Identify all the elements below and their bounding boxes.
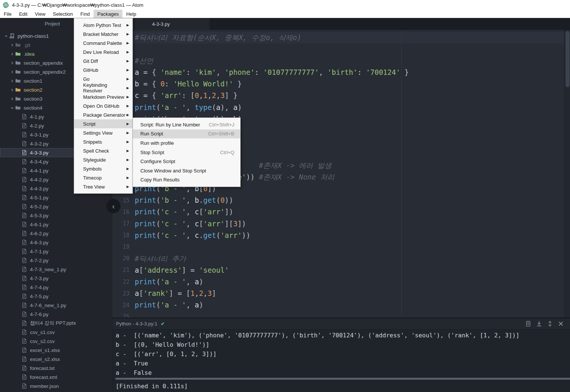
tree-file-csv-s1-csv[interactable]: csv_s1.csv — [0, 328, 112, 337]
code-line-23[interactable]: 23a['rank'] = [1,2,3] — [112, 288, 564, 299]
packages-menu-item-github[interactable]: GitHub▶ — [74, 65, 132, 74]
tab-label: 4-3-3.py — [152, 21, 170, 27]
code-line-24[interactable]: 24print('a - ', a) — [112, 299, 564, 311]
code-line-5[interactable]: 5b = { 0: 'Hello World!' } — [112, 78, 564, 90]
output-finished-line: [Finished in 0.111s] — [116, 381, 188, 392]
output-header: Python - 4-3-3.py:1 ✔ — [112, 318, 570, 330]
tree-file-4-7-5-py[interactable]: 4-7-5.py — [0, 292, 112, 301]
output-expand-icon[interactable] — [547, 321, 553, 327]
packages-menu-item-keybinding-resolver[interactable]: Keybinding Resolver▶ — [74, 83, 132, 92]
script-menu-item-run-script[interactable]: Run ScriptCtrl+Shift+B — [133, 129, 240, 139]
file-icon — [21, 275, 27, 281]
code-line-6[interactable]: 6c = { 'arr': [0,1,2,3] } — [112, 90, 564, 101]
submenu-arrow-icon: ▶ — [127, 50, 129, 54]
tree-file-forecast-xml[interactable]: forecast.xml — [0, 373, 112, 382]
code-text: #선언 — [135, 55, 153, 67]
tree-file-4-7-4-py[interactable]: 4-7-4.py — [0, 283, 112, 292]
packages-menu-item-bracket-matcher[interactable]: Bracket Matcher▶ — [74, 30, 132, 39]
tree-file-4-7-3-py[interactable]: 4-7-3.py — [0, 274, 112, 283]
script-submenu: Script: Run by Line NumberCtrl+Shift+JRu… — [132, 117, 241, 187]
menu-item-packages[interactable]: Packages — [94, 10, 122, 18]
menu-item-label: Markdown Preview — [83, 94, 124, 100]
code-line-7[interactable]: 7print('a - ', type(a), a) — [112, 102, 564, 113]
menu-item-find[interactable]: Find — [77, 10, 94, 18]
chevron-right-icon — [9, 88, 15, 92]
code-line-20[interactable]: 20#딕셔너리 추가 — [112, 253, 564, 264]
code-line-17[interactable]: 17print('c - ', c['arr'][3]) — [112, 218, 564, 230]
tree-file-forecast-txt[interactable]: forecast.txt — [0, 364, 112, 373]
menu-item-view[interactable]: View — [31, 10, 49, 18]
file-icon — [21, 159, 27, 165]
tree-file-label: 4-5-1.py — [30, 195, 49, 200]
code-line-19[interactable]: 19 — [112, 241, 564, 253]
packages-menu-item-markdown-preview[interactable]: Markdown Preview▶ — [74, 92, 132, 101]
tree-file-4-7-1-py[interactable]: 4-7-1.py — [0, 247, 112, 256]
script-menu-item-copy-run-results[interactable]: Copy Run Results — [133, 175, 240, 185]
packages-menu-item-settings-view[interactable]: Settings View▶ — [74, 128, 132, 137]
submenu-arrow-icon: ▶ — [127, 68, 129, 72]
tree-file-label: 4-1.py — [30, 114, 44, 120]
menu-item-selection[interactable]: Selection — [49, 10, 76, 18]
tree-file-4-5-3-py[interactable]: 4-5-3.py — [0, 211, 112, 220]
script-menu-item-configure-script[interactable]: Configure Script — [133, 157, 240, 166]
code-line-22[interactable]: 22print('a - ', a) — [112, 276, 564, 288]
packages-menu-item-command-palette[interactable]: Command Palette▶ — [74, 39, 132, 48]
code-line-18[interactable]: 18print('c - ', c.get('arr')) — [112, 230, 564, 241]
tree-file-4-7-3-new-1-py[interactable]: 4-7-3_new_1.py — [0, 265, 112, 274]
tree-file-4-7-6-py[interactable]: 4-7-6.py — [0, 310, 112, 319]
packages-menu-item-script[interactable]: Script▶ — [74, 119, 132, 128]
tree-file-4-5-2-py[interactable]: 4-5-2.py — [0, 202, 112, 211]
code-line-25[interactable]: 25 — [112, 311, 564, 318]
code-line-3[interactable]: 3#선언 — [112, 55, 564, 67]
packages-menu-item-open-on-github[interactable]: Open On GitHub▶ — [74, 101, 132, 110]
menu-item-label: Copy Run Results — [140, 177, 180, 183]
title-bar: 4-3-3.py — C:₩Django₩workspace₩python-cl… — [0, 0, 570, 10]
packages-menu-item-spell-check[interactable]: Spell Check▶ — [74, 146, 132, 155]
code-line-1[interactable]: 1#딕셔너리 자료형(순서X, 중복X, 수정o, 삭제o) — [112, 32, 564, 43]
tree-collapse-toggle[interactable]: ‹ — [106, 199, 121, 213]
code-line-2[interactable]: 2 — [112, 43, 564, 55]
script-menu-item-close-window-and-stop-script[interactable]: Close Window and Stop Script — [133, 166, 240, 175]
packages-menu-item-dev-live-reload[interactable]: Dev Live Reload▶ — [74, 48, 132, 56]
tree-file-4-5-1-py[interactable]: 4-5-1.py — [0, 193, 112, 202]
code-line-16[interactable]: 16print('c - ', c['arr']) — [112, 206, 564, 218]
output-line-1: a - [('name', 'kim'), ('phone', '0107777… — [116, 331, 519, 340]
code-line-21[interactable]: 21a['address'] = 'seoul' — [112, 264, 564, 276]
output-save-icon[interactable] — [536, 321, 542, 327]
code-line-4[interactable]: 4a = { 'name': 'kim', 'phone': '01077777… — [112, 67, 564, 78]
menu-item-file[interactable]: File — [0, 10, 15, 18]
packages-menu-item-tree-view[interactable]: Tree View▶ — [74, 182, 132, 191]
tree-file-excel-s2-xlsx[interactable]: excel_s2.xlsx — [0, 355, 112, 364]
editor-scrollbar[interactable] — [564, 30, 570, 318]
tree-file-4-6-1-py[interactable]: 4-6-1.py — [0, 220, 112, 229]
file-icon — [21, 186, 27, 192]
script-menu-item-script-run-by-line-number[interactable]: Script: Run by Line NumberCtrl+Shift+J — [133, 120, 240, 129]
tree-file-4-6-2-py[interactable]: 4-6-2.py — [0, 229, 112, 238]
tree-file-csv-s2-csv[interactable]: csv_s2.csv — [0, 337, 112, 346]
tree-file-4-7-2-py[interactable]: 4-7-2.py — [0, 256, 112, 265]
output-close-icon[interactable] — [558, 321, 564, 327]
file-icon — [21, 338, 27, 344]
packages-menu-item-styleguide[interactable]: Styleguide▶ — [74, 155, 132, 164]
script-menu-item-stop-script[interactable]: Stop ScriptCtrl+Q — [133, 148, 240, 157]
packages-menu-item-timecop[interactable]: Timecop▶ — [74, 173, 132, 182]
packages-menu-item-git-diff[interactable]: Git Diff▶ — [74, 56, 132, 65]
packages-menu-item-package-generator[interactable]: Package Generator▶ — [74, 110, 132, 119]
menu-item-help[interactable]: Help — [122, 10, 140, 18]
menu-item-edit[interactable]: Edit — [15, 10, 31, 18]
tree-file-excel-s1-xlsx[interactable]: excel_s1.xlsx — [0, 346, 112, 355]
output-scrollbar[interactable] — [115, 378, 570, 380]
tree-file-챕터4-강의-ppt-pptx[interactable]: 챕터4 강의 PPT.pptx — [0, 319, 112, 328]
tree-file-4-7-6-new-1-py[interactable]: 4-7-6_new_1.py — [0, 301, 112, 310]
chevron-right-icon — [9, 43, 15, 47]
file-icon — [21, 195, 27, 200]
tree-file-4-6-3-py[interactable]: 4-6-3.py — [0, 238, 112, 247]
script-menu-item-run-with-profile[interactable]: Run with profile — [133, 138, 240, 148]
code-line-15[interactable]: 15print('b - ', b.get(0)) — [112, 195, 564, 206]
packages-menu-item-snippets[interactable]: Snippets▶ — [74, 137, 132, 146]
packages-menu-item-symbols[interactable]: Symbols▶ — [74, 164, 132, 173]
packages-menu-item-atom-python-test[interactable]: Atom Python Test▶ — [74, 21, 132, 30]
tree-file-member-json[interactable]: member.json — [0, 382, 112, 391]
editor-scrollbar-thumb[interactable] — [566, 31, 570, 87]
output-copy-icon[interactable] — [525, 321, 531, 327]
